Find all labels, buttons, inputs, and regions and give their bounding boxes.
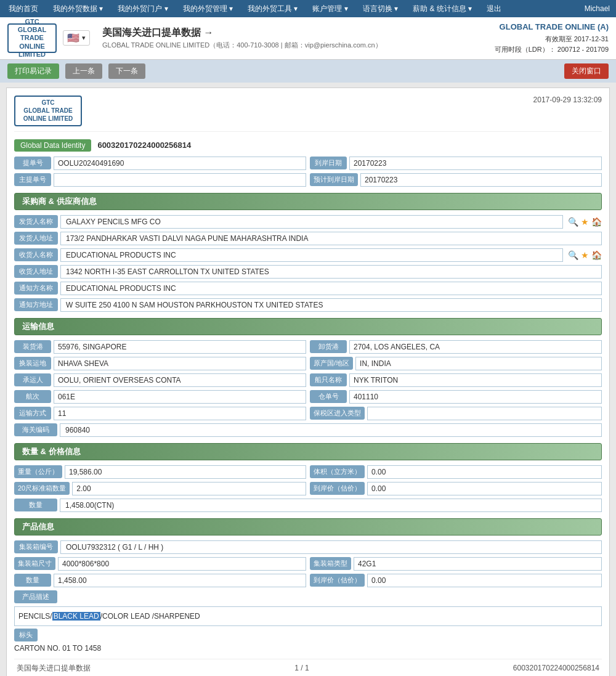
discharge-port-value: 2704, LOS ANGELES, CA	[349, 340, 602, 354]
transport-bonded-row: 运输方式 11 保税区进入类型	[14, 407, 602, 420]
bill-count-value: 401110	[349, 390, 602, 404]
vessel-name-field: 船只名称 NYK TRITON	[310, 373, 602, 387]
consignee-name-row: 收货人名称 EDUCATIONAL PRODUCTS INC 🔍 ★ 🏠	[14, 248, 602, 262]
nav-foreign-tools[interactable]: 我的外贸工具 ▾	[245, 4, 300, 14]
doc-header: GTCGLOBAL TRADEONLINE LIMITED 2017-09-29…	[14, 96, 602, 132]
shipper-search-icon[interactable]: 🔍	[568, 217, 578, 227]
prev-button[interactable]: 上一条	[65, 63, 102, 79]
shipper-name-label: 发货人名称	[14, 215, 58, 228]
container-size-field: 集装箱尺寸 4000*806*800	[14, 557, 306, 571]
vessel-name-label: 船只名称	[310, 373, 347, 386]
trans-port-value: NHAVA SHEVA	[54, 357, 306, 370]
consignee-addr-label: 收货人地址	[14, 265, 58, 278]
bill-number-field: 提单号 OOLU20240491690	[14, 157, 306, 170]
origin-country-value: IN, INDIA	[355, 357, 602, 370]
prod-quantity-label: 数量	[14, 574, 51, 587]
container-num-value: OOLU7932312 ( G1 / L / HH )	[60, 540, 602, 554]
quantity-row: 数量 1,458.00(CTN)	[14, 499, 602, 512]
weight-volume-row: 重量（公斤） 19,586.00 体积（立方米） 0.00	[14, 465, 602, 479]
prod-quantity-field: 数量 1,458.00	[14, 574, 306, 587]
shipper-addr-row: 发货人地址 173/2 PANDHARKAR VASTI DALVI NAGA …	[14, 232, 602, 245]
bill-arrival-row: 提单号 OOLU20240491690 到岸日期 20170223	[14, 157, 602, 170]
consignee-star-icon[interactable]: ★	[581, 250, 589, 260]
header-account-info: GLOBAL TRADE ONLINE (A) 有效期至 2017-12-31 …	[495, 21, 609, 55]
product-desc-label: 产品描述	[14, 590, 57, 603]
available-time: 可用时段（LDR）： 200712 - 201709	[495, 44, 609, 55]
container-type-label: 集装箱类型	[310, 557, 351, 570]
next-button[interactable]: 下一条	[108, 63, 145, 79]
arrival-date-label: 到岸日期	[310, 157, 347, 169]
product-desc-value: PENCILS/BLACK LEAD/COLOR LEAD /SHARPENED	[14, 606, 602, 626]
weight-field: 重量（公斤） 19,586.00	[14, 465, 306, 479]
bill-count-label: 仓单号	[310, 390, 347, 403]
bill-count-field: 仓单号 401110	[310, 390, 602, 404]
nav-home[interactable]: 我的首页	[6, 4, 41, 14]
consignee-addr-row: 收货人地址 1342 NORTH I-35 EAST CARROLLTON TX…	[14, 265, 602, 279]
main-bill-label: 主提单号	[14, 173, 51, 186]
bottom-id: 600320170224000256814	[513, 664, 599, 672]
port-row: 装货港 55976, SINGAPORE 卸货港 2704, LOS ANGEL…	[14, 340, 602, 354]
nav-foreign-data[interactable]: 我的外贸数据 ▾	[51, 4, 105, 14]
consignee-search-icon[interactable]: 🔍	[568, 250, 578, 260]
discharge-port-field: 卸货港 2704, LOS ANGELES, CA	[310, 340, 602, 354]
quantity-value: 1,458.00(CTN)	[60, 499, 602, 512]
main-bill-estimated-row: 主提单号 预计到岸日期 20170223	[14, 173, 602, 187]
trans-origin-row: 换装运地 NHAVA SHEVA 原产国/地区 IN, INDIA	[14, 357, 602, 370]
header-title-area: 美国海关进口提单数据 → GLOBAL TRADE ONLINE LIMITED…	[90, 26, 495, 50]
voyage-label: 航次	[14, 390, 51, 403]
arrival-date-value: 20170223	[349, 157, 602, 170]
shipper-star-icon[interactable]: ★	[581, 217, 589, 227]
bill-number-label: 提单号	[14, 157, 51, 169]
notify-addr-label: 通知方地址	[14, 298, 58, 311]
product-section: 产品信息	[14, 518, 602, 536]
bonded-type-field: 保税区进入类型	[310, 407, 602, 420]
close-button[interactable]: 关闭窗口	[564, 63, 609, 79]
page-title: 美国海关进口提单数据 →	[102, 26, 482, 39]
nav-logout[interactable]: 退出	[484, 4, 504, 14]
nav-foreign-door[interactable]: 我的外贸门户 ▾	[115, 4, 170, 14]
consignee-name-label: 收货人名称	[14, 248, 58, 261]
gdi-label: Global Data Identity	[14, 139, 91, 152]
loading-port-label: 装货港	[14, 340, 51, 353]
notify-name-label: 通知方名称	[14, 282, 58, 295]
consignee-home-icon[interactable]: 🏠	[591, 250, 602, 260]
logo-area: GTCGLOBAL TRADEONLINE LIMITED 🇺🇸 ▾	[7, 23, 90, 53]
doc-bottom-info: 美国每关进口提单数据 1 / 1 600320170224000256814	[14, 659, 602, 676]
prod-arrival-price-field: 到岸价（估价） 0.00	[310, 574, 602, 587]
bill-number-value: OOLU20240491690	[54, 157, 306, 170]
container-num-row: 集装箱编号 OOLU7932312 ( G1 / L / HH )	[14, 540, 602, 554]
bonded-type-label: 保税区进入类型	[310, 407, 365, 420]
page-header: GTCGLOBAL TRADEONLINE LIMITED 🇺🇸 ▾ 美国海关进…	[0, 17, 616, 60]
buyer-supplier-section: 采购商 & 供应商信息	[14, 193, 602, 210]
transport-section: 运输信息	[14, 318, 602, 335]
container-20-value: 2.00	[72, 482, 306, 495]
discharge-port-label: 卸货港	[310, 340, 347, 353]
flag-selector[interactable]: 🇺🇸 ▾	[63, 30, 90, 46]
print-button[interactable]: 打印易记录	[7, 63, 59, 79]
container-num-label: 集装箱编号	[14, 540, 58, 553]
product-desc-part2: /COLOR LEAD /SHARPENED	[100, 612, 200, 621]
estimated-arrival-label: 预计到岸日期	[310, 173, 358, 186]
prod-quantity-value: 1,458.00	[54, 574, 306, 587]
volume-field: 体积（立方米） 0.00	[310, 465, 602, 479]
container-size-type-row: 集装箱尺寸 4000*806*800 集装箱类型 42G1	[14, 557, 602, 571]
main-bill-value	[54, 173, 306, 187]
nav-foreign-mgmt[interactable]: 我的外贸管理 ▾	[180, 4, 235, 14]
nav-account-mgmt[interactable]: 账户管理 ▾	[310, 4, 350, 14]
nav-lang-switch[interactable]: 语言切换 ▾	[360, 4, 400, 14]
origin-country-field: 原产国/地区 IN, INDIA	[310, 357, 602, 370]
bottom-title: 美国每关进口提单数据	[17, 663, 91, 674]
valid-until: 有效期至 2017-12-31	[495, 34, 609, 45]
notify-addr-row: 通知方地址 W SUITE 250 4100 N SAM HOUSTON PAR…	[14, 298, 602, 312]
customs-code-row: 海关编码 960840	[14, 423, 602, 437]
us-flag-icon: 🇺🇸	[67, 32, 79, 44]
nav-help-stats[interactable]: 薪助 & 统计信息 ▾	[410, 4, 474, 14]
transport-mode-label: 运输方式	[14, 407, 51, 420]
estimated-arrival-value: 20170223	[360, 173, 602, 187]
shipper-home-icon[interactable]: 🏠	[591, 217, 602, 227]
origin-country-label: 原产国/地区	[310, 357, 353, 370]
doc-gtc-logo: GTCGLOBAL TRADEONLINE LIMITED	[14, 96, 82, 126]
notify-name-row: 通知方名称 EDUCATIONAL PRODUCTS INC	[14, 282, 602, 295]
container-type-field: 集装箱类型 42G1	[310, 557, 602, 571]
voyage-bill-row: 航次 061E 仓单号 401110	[14, 390, 602, 404]
